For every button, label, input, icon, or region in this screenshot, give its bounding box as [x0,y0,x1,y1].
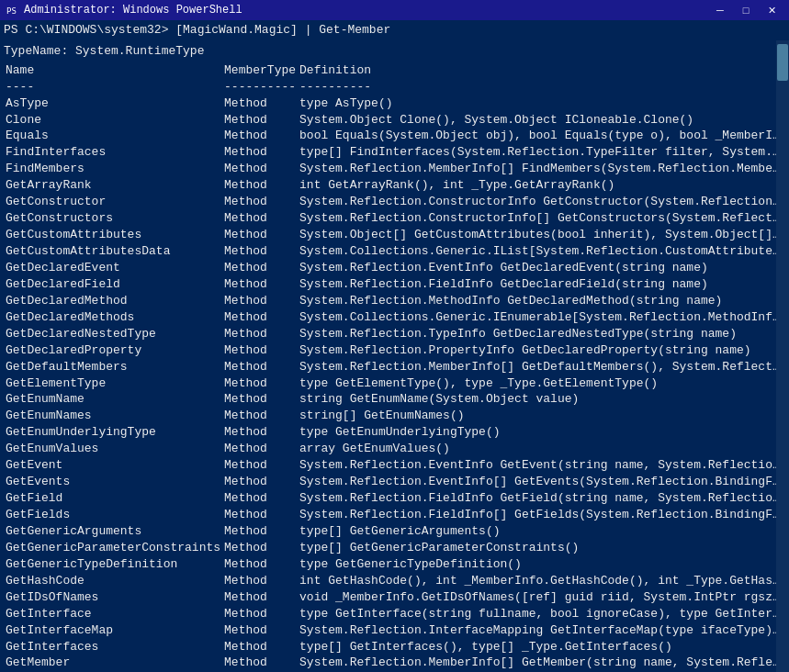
cell-name: GetInterface [4,606,222,622]
cell-def: System.Object Clone(), System.Object ICl… [298,112,785,129]
cell-type: Method [222,128,298,144]
table-row: GetEventMethodSystem.Reflection.EventInf… [4,457,785,474]
scrollbar-thumb[interactable] [777,44,788,81]
cell-name: GetGenericArguments [4,523,222,540]
cell-def: type[] GetInterfaces(), type[] _Type.Get… [298,639,785,655]
minimize-button[interactable]: ─ [708,2,732,18]
close-button[interactable]: ✕ [760,2,783,18]
cell-def: type GetEnumUnderlyingType() [298,424,785,441]
cell-name: Clone [4,112,222,129]
table-row: GetDeclaredPropertyMethodSystem.Reflecti… [4,342,785,359]
col-sep-type: ---------- [222,79,298,95]
cell-name: GetDeclaredMethods [4,309,222,326]
cell-name: GetCustomAttributesData [4,243,222,260]
cell-type: Method [222,177,298,194]
terminal: PS C:\WINDOWS\system32> [MagicWand.Magic… [0,20,789,672]
powershell-icon: PS [6,4,18,17]
cell-name: GetDefaultMembers [4,359,222,375]
cell-type: Method [222,144,298,161]
cell-type: Method [222,474,298,490]
table-row: GetGenericTypeDefinitionMethodtype GetGe… [4,556,785,573]
cell-def: System.Object[] GetCustomAttributes(bool… [298,227,785,243]
cell-type: Method [222,359,298,375]
table-row: GetEnumNameMethodstring GetEnumName(Syst… [4,391,785,408]
table-row: GetEventsMethodSystem.Reflection.EventIn… [4,474,785,490]
cell-name: GetGenericParameterConstraints [4,540,222,556]
cell-name: GetConstructors [4,210,222,227]
cell-name: GetDeclaredNestedType [4,326,222,342]
cell-name: FindMembers [4,161,222,177]
col-sep-name: ---- [4,79,222,95]
table-row: CloneMethodSystem.Object Clone(), System… [4,112,785,129]
cell-name: GetDeclaredMethod [4,293,222,309]
cell-def: int GetArrayRank(), int _Type.GetArrayRa… [298,177,785,194]
table-row: GetInterfaceMapMethodSystem.Reflection.I… [4,622,785,639]
cell-def: type[] GetGenericArguments() [298,523,785,540]
cell-def: System.Reflection.EventInfo GetEvent(str… [298,457,785,474]
table-row: GetEnumNamesMethodstring[] GetEnumNames(… [4,408,785,424]
table-header-row: Name MemberType Definition [4,62,785,79]
table-row: GetCustomAttributesDataMethodSystem.Coll… [4,243,785,260]
table-row: GetElementTypeMethodtype GetElementType(… [4,375,785,392]
scrollbar[interactable] [776,40,789,672]
table-row: GetIDsOfNamesMethodvoid _MemberInfo.GetI… [4,589,785,606]
cell-def: System.Reflection.TypeInfo GetDeclaredNe… [298,326,785,342]
cell-type: Method [222,573,298,589]
cell-name: GetEnumUnderlyingType [4,424,222,441]
output-table: Name MemberType Definition ---- --------… [4,62,785,672]
cell-def: type[] FindInterfaces(System.Reflection.… [298,144,785,161]
cell-type: Method [222,95,298,112]
col-header-def: Definition [298,62,785,79]
cell-type: Method [222,523,298,540]
cell-type: Method [222,326,298,342]
cell-type: Method [222,457,298,474]
table-row: GetDeclaredMethodMethodSystem.Reflection… [4,293,785,309]
cell-def: array GetEnumValues() [298,441,785,457]
cell-type: Method [222,309,298,326]
col-header-type: MemberType [222,62,298,79]
col-header-name: Name [4,62,222,79]
cell-def: System.Reflection.InterfaceMapping GetIn… [298,622,785,639]
maximize-button[interactable]: □ [734,2,758,18]
cell-name: GetArrayRank [4,177,222,194]
cell-name: GetField [4,490,222,507]
prompt-line: PS C:\WINDOWS\system32> [MagicWand.Magic… [4,22,785,39]
cell-def: System.Reflection.EventInfo GetDeclaredE… [298,260,785,276]
table-row: GetFieldMethodSystem.Reflection.FieldInf… [4,490,785,507]
svg-text:PS: PS [6,6,17,16]
cell-def: System.Collections.Generic.IEnumerable[S… [298,309,785,326]
cell-name: GetDeclaredField [4,276,222,293]
cell-type: Method [222,540,298,556]
table-row: AsTypeMethodtype AsType() [4,95,785,112]
title-bar-left: PS Administrator: Windows PowerShell [6,4,242,17]
title-bar-title: Administrator: Windows PowerShell [24,4,242,17]
cell-type: Method [222,655,298,671]
cell-type: Method [222,161,298,177]
title-bar-controls: ─ □ ✕ [708,2,783,18]
cell-name: GetFields [4,507,222,523]
cell-name: GetEnumValues [4,441,222,457]
table-row: GetEnumUnderlyingTypeMethodtype GetEnumU… [4,424,785,441]
cell-type: Method [222,606,298,622]
cell-type: Method [222,375,298,392]
cell-type: Method [222,112,298,129]
cell-name: GetDeclaredProperty [4,342,222,359]
cell-def: System.Reflection.FieldInfo GetDeclaredF… [298,276,785,293]
cell-type: Method [222,589,298,606]
cell-name: GetGenericTypeDefinition [4,556,222,573]
cell-def: System.Reflection.FieldInfo[] GetFields(… [298,507,785,523]
cell-type: Method [222,227,298,243]
cell-type: Method [222,639,298,655]
cell-name: GetEvent [4,457,222,474]
cell-def: System.Reflection.MemberInfo[] GetMember… [298,655,785,671]
title-bar: PS Administrator: Windows PowerShell ─ □… [0,0,789,20]
table-separator-row: ---- ---------- ---------- [4,79,785,95]
cell-type: Method [222,391,298,408]
table-row: GetArrayRankMethodint GetArrayRank(), in… [4,177,785,194]
cell-type: Method [222,408,298,424]
cell-type: Method [222,424,298,441]
cell-name: GetEvents [4,474,222,490]
typename-line: TypeName: System.RuntimeType [4,42,785,61]
cell-type: Method [222,194,298,210]
table-row: GetDeclaredFieldMethodSystem.Reflection.… [4,276,785,293]
